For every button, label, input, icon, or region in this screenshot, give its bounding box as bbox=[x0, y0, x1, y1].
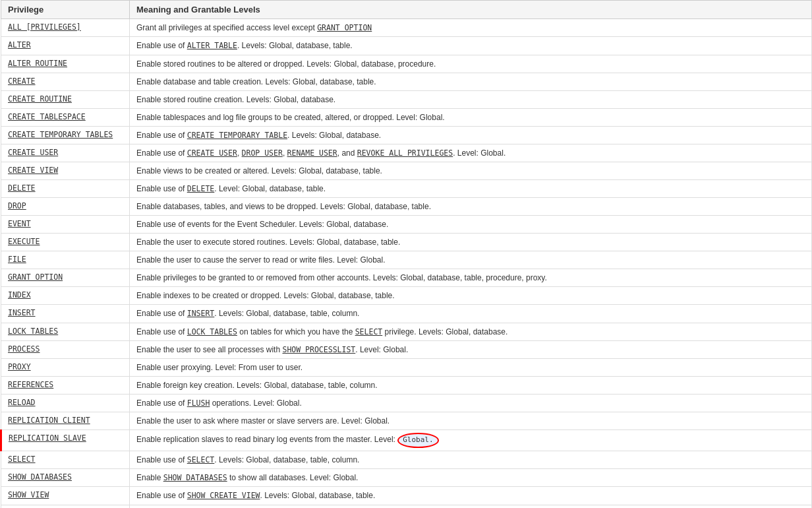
privileges-table: Privilege Meaning and Grantable Levels A… bbox=[0, 0, 812, 508]
table-row: DROPEnable databases, tables, and views … bbox=[1, 198, 812, 216]
meaning-cell: Enable foreign key creation. Levels: Glo… bbox=[130, 377, 812, 395]
privilege-cell: REPLICATION SLAVE bbox=[1, 430, 130, 451]
privilege-cell: CREATE bbox=[1, 73, 130, 90]
privilege-cell: SHOW VIEW bbox=[1, 487, 130, 505]
table-row: CREATE VIEWEnable views to be created or… bbox=[1, 162, 812, 180]
privilege-cell: LOCK TABLES bbox=[1, 323, 130, 340]
meaning-cell: Enable replication slaves to read binary… bbox=[130, 430, 812, 451]
table-row: EXECUTEEnable the user to execute stored… bbox=[1, 234, 812, 251]
table-row: ALTEREnable use of ALTER TABLE. Levels: … bbox=[1, 37, 812, 55]
table-row: PROXYEnable user proxying. Level: From u… bbox=[1, 359, 812, 377]
table-row: CREATE TABLESPACEEnable tablespaces and … bbox=[1, 108, 812, 126]
meaning-cell: Enable the user to ask where master or s… bbox=[130, 412, 812, 430]
table-row: RELOADEnable use of FLUSH operations. Le… bbox=[1, 395, 812, 412]
col-meaning-header: Meaning and Grantable Levels bbox=[130, 1, 812, 19]
privilege-cell: REFERENCES bbox=[1, 377, 130, 395]
table-row: CREATE ROUTINEEnable stored routine crea… bbox=[1, 90, 812, 108]
privilege-cell: ALTER ROUTINE bbox=[1, 55, 130, 73]
meaning-cell: Enable use of events for the Event Sched… bbox=[130, 216, 812, 234]
privilege-cell: EVENT bbox=[1, 216, 130, 234]
meaning-cell: Enable indexes to be created or dropped.… bbox=[130, 287, 812, 305]
table-row: LOCK TABLESEnable use of LOCK TABLES on … bbox=[1, 323, 812, 340]
meaning-cell: Enable use of INSERT. Levels: Global, da… bbox=[130, 305, 812, 323]
table-row: PROCESSEnable the user to see all proces… bbox=[1, 340, 812, 358]
table-row: CREATE USEREnable use of CREATE USER, DR… bbox=[1, 144, 812, 162]
meaning-cell: Enable use of DELETE. Level: Global, dat… bbox=[130, 180, 812, 198]
privilege-cell: DELETE bbox=[1, 180, 130, 198]
privilege-cell: PROCESS bbox=[1, 340, 130, 358]
table-row: CREATEEnable database and table creation… bbox=[1, 73, 812, 90]
table-row: SHUTDOWNEnable use of mysqladmin shutdow… bbox=[1, 505, 812, 508]
meaning-cell: Enable database and table creation. Leve… bbox=[130, 73, 812, 90]
meaning-cell: Enable use of SHOW CREATE VIEW. Levels: … bbox=[130, 487, 812, 505]
meaning-cell: Enable use of LOCK TABLES on tables for … bbox=[130, 323, 812, 340]
meaning-cell: Enable stored routine creation. Levels: … bbox=[130, 90, 812, 108]
privilege-cell: CREATE VIEW bbox=[1, 162, 130, 180]
meaning-cell: Enable the user to cause the server to r… bbox=[130, 251, 812, 269]
privilege-cell: CREATE USER bbox=[1, 144, 130, 162]
table-row: SELECTEnable use of SELECT. Levels: Glob… bbox=[1, 451, 812, 468]
privilege-cell: CREATE ROUTINE bbox=[1, 90, 130, 108]
privilege-cell: SHUTDOWN bbox=[1, 505, 130, 508]
meaning-cell: Enable SHOW DATABASES to show all databa… bbox=[130, 469, 812, 487]
privilege-cell: SHOW DATABASES bbox=[1, 469, 130, 487]
table-row: ALL [PRIVILEGES]Grant all privileges at … bbox=[1, 19, 812, 37]
privilege-cell: DROP bbox=[1, 198, 130, 216]
table-row: INSERTEnable use of INSERT. Levels: Glob… bbox=[1, 305, 812, 323]
privilege-cell: GRANT OPTION bbox=[1, 269, 130, 287]
table-row: CREATE TEMPORARY TABLESEnable use of CRE… bbox=[1, 126, 812, 144]
meaning-cell: Enable use of FLUSH operations. Level: G… bbox=[130, 395, 812, 412]
privilege-cell: INSERT bbox=[1, 305, 130, 323]
table-row: INDEXEnable indexes to be created or dro… bbox=[1, 287, 812, 305]
privilege-cell: CREATE TABLESPACE bbox=[1, 108, 130, 126]
table-row: ALTER ROUTINEEnable stored routines to b… bbox=[1, 55, 812, 73]
privilege-cell: ALTER bbox=[1, 37, 130, 55]
privilege-cell: PROXY bbox=[1, 359, 130, 377]
privilege-cell: SELECT bbox=[1, 451, 130, 468]
meaning-cell: Enable use of SELECT. Levels: Global, da… bbox=[130, 451, 812, 468]
meaning-cell: Grant all privileges at specified access… bbox=[130, 19, 812, 37]
privilege-cell: EXECUTE bbox=[1, 234, 130, 251]
meaning-cell: Enable privileges to be granted to or re… bbox=[130, 269, 812, 287]
table-row: SHOW DATABASESEnable SHOW DATABASES to s… bbox=[1, 469, 812, 487]
col-privilege-header: Privilege bbox=[1, 1, 130, 19]
privilege-cell: RELOAD bbox=[1, 395, 130, 412]
privilege-cell: CREATE TEMPORARY TABLES bbox=[1, 126, 130, 144]
table-row: FILEEnable the user to cause the server … bbox=[1, 251, 812, 269]
table-row: DELETEEnable use of DELETE. Level: Globa… bbox=[1, 180, 812, 198]
table-row: REPLICATION CLIENTEnable the user to ask… bbox=[1, 412, 812, 430]
meaning-cell: Enable use of mysqladmin shutdown. Level… bbox=[130, 505, 812, 508]
meaning-cell: Enable stored routines to be altered or … bbox=[130, 55, 812, 73]
privilege-cell: FILE bbox=[1, 251, 130, 269]
meaning-cell: Enable the user to see all processes wit… bbox=[130, 340, 812, 358]
table-row: REFERENCESEnable foreign key creation. L… bbox=[1, 377, 812, 395]
meaning-cell: Enable the user to execute stored routin… bbox=[130, 234, 812, 251]
privilege-cell: ALL [PRIVILEGES] bbox=[1, 19, 130, 37]
meaning-cell: Enable user proxying. Level: From user t… bbox=[130, 359, 812, 377]
privilege-cell: INDEX bbox=[1, 287, 130, 305]
meaning-cell: Enable use of ALTER TABLE. Levels: Globa… bbox=[130, 37, 812, 55]
table-row: GRANT OPTIONEnable privileges to be gran… bbox=[1, 269, 812, 287]
meaning-cell: Enable use of CREATE TEMPORARY TABLE. Le… bbox=[130, 126, 812, 144]
table-row: SHOW VIEWEnable use of SHOW CREATE VIEW.… bbox=[1, 487, 812, 505]
meaning-cell: Enable views to be created or altered. L… bbox=[130, 162, 812, 180]
meaning-cell: Enable databases, tables, and views to b… bbox=[130, 198, 812, 216]
table-row: REPLICATION SLAVEEnable replication slav… bbox=[1, 430, 812, 451]
privilege-cell: REPLICATION CLIENT bbox=[1, 412, 130, 430]
meaning-cell: Enable tablespaces and log file groups t… bbox=[130, 108, 812, 126]
meaning-cell: Enable use of CREATE USER, DROP USER, RE… bbox=[130, 144, 812, 162]
table-row: EVENTEnable use of events for the Event … bbox=[1, 216, 812, 234]
